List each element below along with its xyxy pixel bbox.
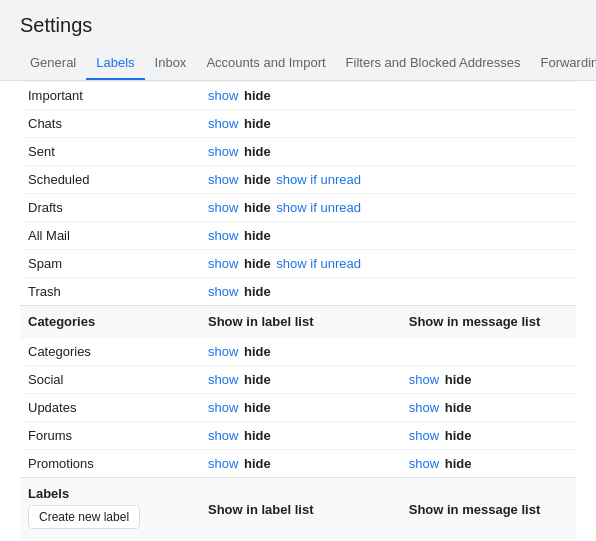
show-if-unread-link[interactable]: show if unread [276, 200, 361, 215]
message-list-actions: show hide [401, 422, 576, 450]
msg-show-link[interactable]: show [409, 428, 439, 443]
message-list-actions [401, 166, 576, 194]
message-list-actions: show hide [401, 450, 576, 478]
msg-show-link[interactable]: show [409, 456, 439, 471]
table-row: All Mail show hide [20, 222, 576, 250]
categories-col3-header: Show in message list [401, 306, 576, 338]
categories-section-header: Categories Show in label list Show in me… [20, 306, 576, 338]
label-list-actions: show hide show if unread [200, 166, 401, 194]
message-list-actions [401, 250, 576, 278]
hide-bold: hide [244, 372, 271, 387]
settings-header: Settings [0, 0, 596, 37]
message-list-actions [401, 110, 576, 138]
label-list-actions: show hide [200, 222, 401, 250]
label-list-actions: show hide [200, 394, 401, 422]
msg-show-link[interactable]: show [409, 400, 439, 415]
label-list-actions: show hide [200, 338, 401, 366]
table-row: Updates show hide show hide [20, 394, 576, 422]
labels-col3-header: Show in message list [401, 478, 576, 542]
tab-filters-blocked[interactable]: Filters and Blocked Addresses [336, 47, 531, 81]
tabs-bar: General Labels Inbox Accounts and Import… [0, 47, 596, 81]
hide-bold: hide [244, 144, 271, 159]
hide-bold: hide [244, 116, 271, 131]
table-row: Forums show hide show hide [20, 422, 576, 450]
tab-accounts-import[interactable]: Accounts and Import [196, 47, 335, 81]
tab-general[interactable]: General [20, 47, 86, 81]
hide-bold: hide [244, 256, 271, 271]
show-link[interactable]: show [208, 372, 238, 387]
msg-show-link[interactable]: show [409, 372, 439, 387]
label-name: Sent [20, 138, 200, 166]
table-row: Drafts show hide show if unread [20, 194, 576, 222]
message-list-actions [401, 82, 576, 110]
tab-labels[interactable]: Labels [86, 47, 144, 81]
label-list-actions: show hide [200, 110, 401, 138]
tab-inbox[interactable]: Inbox [145, 47, 197, 81]
msg-hide-bold: hide [445, 456, 472, 471]
hide-bold: hide [244, 456, 271, 471]
show-link[interactable]: show [208, 344, 238, 359]
label-name: Drafts [20, 194, 200, 222]
page-title: Settings [20, 14, 576, 37]
hide-bold: hide [244, 284, 271, 299]
hide-bold: hide [244, 200, 271, 215]
categories-label: Categories [20, 306, 200, 338]
tab-forwarding-pop-imap[interactable]: Forwarding and POP/IMAP [530, 47, 596, 81]
labels-col2-header: Show in label list [200, 478, 401, 542]
system-labels-table: Important show hide Chats show hide Sent… [20, 81, 576, 541]
label-list-actions: show hide [200, 366, 401, 394]
hide-bold: hide [244, 228, 271, 243]
show-link[interactable]: show [208, 144, 238, 159]
show-link[interactable]: show [208, 400, 238, 415]
label-list-actions: show hide [200, 450, 401, 478]
hide-bold: hide [244, 428, 271, 443]
label-name: Categories [20, 338, 200, 366]
table-row: Chats show hide [20, 110, 576, 138]
hide-bold: hide [244, 172, 271, 187]
label-list-actions: show hide [200, 138, 401, 166]
msg-hide-bold: hide [445, 372, 472, 387]
show-if-unread-link[interactable]: show if unread [276, 256, 361, 271]
label-name: Trash [20, 278, 200, 306]
message-list-actions: show hide [401, 366, 576, 394]
label-list-actions: show hide show if unread [200, 194, 401, 222]
labels-section-label: Labels Create new label [20, 478, 200, 542]
table-row: Social show hide show hide [20, 366, 576, 394]
show-link[interactable]: show [208, 88, 238, 103]
table-row: Categories show hide [20, 338, 576, 366]
show-link[interactable]: show [208, 284, 238, 299]
label-name: Chats [20, 110, 200, 138]
label-name: Forums [20, 422, 200, 450]
message-list-actions [401, 138, 576, 166]
table-row: Sent show hide [20, 138, 576, 166]
label-list-actions: show hide [200, 278, 401, 306]
show-link[interactable]: show [208, 228, 238, 243]
show-link[interactable]: show [208, 256, 238, 271]
hide-bold: hide [244, 400, 271, 415]
create-new-label-button[interactable]: Create new label [28, 505, 140, 529]
show-if-unread-link[interactable]: show if unread [276, 172, 361, 187]
message-list-actions: show hide [401, 394, 576, 422]
hide-bold: hide [244, 344, 271, 359]
show-link[interactable]: show [208, 456, 238, 471]
message-list-actions [401, 222, 576, 250]
label-name: Important [20, 82, 200, 110]
show-link[interactable]: show [208, 172, 238, 187]
hide-bold: hide [244, 88, 271, 103]
label-name: Updates [20, 394, 200, 422]
labels-section-header: Labels Create new label Show in label li… [20, 478, 576, 542]
show-link[interactable]: show [208, 200, 238, 215]
table-row: Trash show hide [20, 278, 576, 306]
label-name: Social [20, 366, 200, 394]
main-content: Important show hide Chats show hide Sent… [0, 81, 596, 541]
message-list-actions [401, 278, 576, 306]
categories-col2-header: Show in label list [200, 306, 401, 338]
label-list-actions: show hide [200, 422, 401, 450]
label-name: All Mail [20, 222, 200, 250]
table-row: Spam show hide show if unread [20, 250, 576, 278]
table-row: Important show hide [20, 82, 576, 110]
message-list-actions [401, 338, 576, 366]
msg-hide-bold: hide [445, 428, 472, 443]
show-link[interactable]: show [208, 428, 238, 443]
show-link[interactable]: show [208, 116, 238, 131]
